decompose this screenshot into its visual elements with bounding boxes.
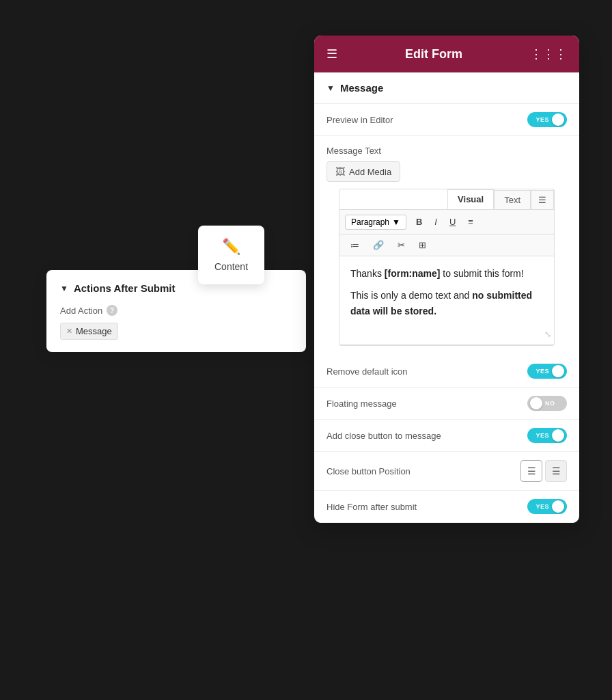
edit-form-panel: ☰ Edit Form ⋮⋮⋮ ▼ Message Preview in Edi… [314,36,579,523]
section-chevron-icon: ▼ [326,83,335,93]
add-close-button-row: Add close button to message YES [314,420,579,452]
add-media-label: Add Media [349,167,391,177]
close-button-position-label: Close button Position [326,466,411,476]
remove-default-icon-toggle[interactable]: YES [527,364,567,379]
help-icon[interactable]: ? [107,305,117,316]
add-close-button-toggle-text: YES [536,432,549,439]
panel-header: ☰ Edit Form ⋮⋮⋮ [314,36,579,72]
position-right-button[interactable]: ☰ [545,460,567,482]
unlink-button[interactable]: ✂ [392,237,411,253]
floating-message-toggle-text: NO [545,400,555,407]
pencil-icon: ✏️ [222,238,240,256]
add-close-button-toggle[interactable]: YES [527,428,567,443]
ordered-list-button[interactable]: ≔ [345,237,365,253]
editor-paragraph-2: This is only a demo text and no submitte… [350,288,543,319]
floating-message-toggle[interactable]: NO [527,396,567,411]
message-tag[interactable]: ✕ Message [60,323,118,340]
preview-toggle-knob [552,113,564,126]
rich-text-editor: Visual Text ☰ Paragraph ▼ B I U ≡ [339,189,555,346]
add-media-button[interactable]: 🖼 Add Media [326,161,400,182]
position-left-button[interactable]: ☰ [520,460,542,482]
position-buttons: ☰ ☰ [520,460,567,482]
preview-toggle[interactable]: YES [527,112,567,127]
editor-paragraph-1: Thanks [form:name] to submit this form! [350,266,543,281]
tab-text[interactable]: Text [494,190,531,209]
hide-form-row: Hide Form after submit YES [314,491,579,523]
editor-toolbar-row1: Paragraph ▼ B I U ≡ [339,210,554,234]
chevron-icon: ▼ [60,284,68,293]
add-action-row: Add Action ? [60,305,292,316]
editor-content-area[interactable]: Thanks [form:name] to submit this form! … [339,256,554,345]
paragraph-label: Paragraph [351,217,389,227]
tab-more-icon[interactable]: ☰ [531,190,554,209]
message-text-section: Message Text 🖼 Add Media Visual Text ☰ P… [314,136,579,346]
hide-form-toggle-text: YES [536,503,549,510]
add-close-button-knob [552,429,564,442]
actions-card: ▼ Actions After Submit Add Action ? ✕ Me… [46,270,306,352]
content-tooltip-label: Content [214,261,248,272]
preview-label: Preview in Editor [326,115,393,125]
bold-button[interactable]: B [411,214,428,230]
remove-default-icon-row: Remove default icon YES [314,355,579,388]
close-button-position-row: Close button Position ☰ ☰ [314,452,579,491]
panel-body: ▼ Message Preview in Editor YES Message … [314,72,579,523]
preview-toggle-text: YES [536,116,549,123]
hide-form-knob [552,500,564,513]
panel-title: Edit Form [405,47,462,62]
hide-form-toggle[interactable]: YES [527,499,567,514]
add-close-button-label: Add close button to message [326,431,441,441]
italic-button[interactable]: I [429,214,443,230]
message-tag-label: Message [76,326,112,336]
floating-message-row: Floating message NO [314,388,579,420]
hamburger-icon[interactable]: ☰ [326,46,337,62]
table-button[interactable]: ⊞ [413,237,432,253]
editor-tabs: Visual Text ☰ [339,189,554,210]
actions-card-title: Actions After Submit [74,282,176,294]
link-button[interactable]: 🔗 [367,237,389,253]
floating-message-label: Floating message [326,399,397,409]
media-icon: 🖼 [335,166,345,177]
hide-form-label: Hide Form after submit [326,502,417,512]
section-title: Message [340,82,383,94]
message-tag-container: ✕ Message [60,323,292,340]
remove-default-icon-knob [552,365,564,377]
grid-icon[interactable]: ⋮⋮⋮ [530,46,567,62]
list-button[interactable]: ≡ [462,214,479,230]
preview-in-editor-row: Preview in Editor YES [314,104,579,136]
remove-default-icon-toggle-text: YES [536,368,549,375]
message-section-header: ▼ Message [314,72,579,104]
add-action-label: Add Action [60,306,102,316]
floating-message-knob [530,397,542,409]
remove-default-icon-label: Remove default icon [326,366,408,377]
content-tooltip: ✏️ Content [198,226,264,284]
underline-button[interactable]: U [444,214,461,230]
tab-visual[interactable]: Visual [447,189,494,209]
message-text-label: Message Text [326,146,567,156]
tag-close-icon[interactable]: ✕ [66,327,72,336]
paragraph-chevron-icon: ▼ [392,217,400,227]
editor-toolbar-row2: ≔ 🔗 ✂ ⊞ [339,234,554,256]
paragraph-select[interactable]: Paragraph ▼ [345,215,406,230]
resize-handle-icon[interactable]: ⤡ [544,328,551,341]
